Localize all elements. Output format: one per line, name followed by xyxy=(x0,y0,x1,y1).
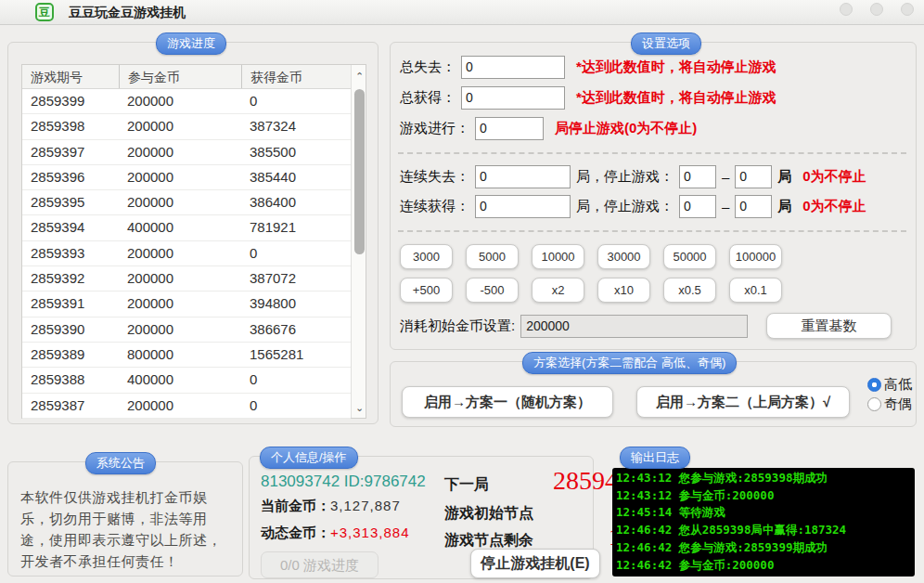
cell-period: 2859399 xyxy=(22,89,119,113)
table-row[interactable]: 2859394 400000 781921 xyxy=(22,215,351,240)
radio-odd-even[interactable]: 奇偶 xyxy=(867,395,912,414)
table-row[interactable]: 2859395 200000 386400 xyxy=(22,190,351,215)
cell-period: 2859393 xyxy=(22,241,119,266)
streak-lose-from-input[interactable] xyxy=(679,165,716,188)
scroll-down-icon[interactable]: ⌄ xyxy=(352,398,367,417)
cell-bet: 800000 xyxy=(119,343,241,367)
cell-period: 2859390 xyxy=(22,317,119,342)
streak-gain-input[interactable] xyxy=(475,195,571,218)
total-lose-input[interactable] xyxy=(461,56,565,79)
cell-win: 387324 xyxy=(241,114,351,138)
table-row[interactable]: 2859397 200000 385500 xyxy=(22,140,351,165)
radio-selected-icon[interactable] xyxy=(867,378,881,392)
minimize-button[interactable] xyxy=(840,3,853,16)
table-row[interactable]: 2859388 400000 0 xyxy=(22,368,351,393)
amount-button[interactable]: 5000 xyxy=(466,244,519,269)
cell-bet: 200000 xyxy=(119,241,241,266)
amount-button[interactable]: 30000 xyxy=(597,244,650,269)
cell-win: 0 xyxy=(241,241,351,266)
streak-lose-to-input[interactable] xyxy=(735,165,772,188)
modifier-button[interactable]: x10 xyxy=(597,278,650,303)
log-console[interactable]: 12:43:12 您参与游戏:2859398期成功12:43:12 参与金币:2… xyxy=(612,468,915,577)
cell-win: 387072 xyxy=(241,266,351,291)
table-row[interactable]: 2859387 200000 0 xyxy=(22,394,351,419)
dynamic-coin-label: 动态金币： xyxy=(261,525,330,542)
cell-period: 2859391 xyxy=(22,292,119,316)
plan2-button[interactable]: 启用→方案二（上局方案）√ xyxy=(636,386,850,418)
cell-bet: 200000 xyxy=(119,140,241,164)
table-row[interactable]: 2859390 200000 386676 xyxy=(22,317,351,343)
cell-period: 2859388 xyxy=(22,368,119,392)
modifier-button[interactable]: -500 xyxy=(466,278,519,303)
streak-lose-input[interactable] xyxy=(475,165,571,188)
game-rounds-input[interactable] xyxy=(475,117,544,140)
table-row[interactable]: 2859389 800000 1565281 xyxy=(22,343,351,368)
info-panel-title: 个人信息/操作 xyxy=(260,447,358,469)
stop-game-button[interactable]: 停止游戏挂机(E) xyxy=(470,549,600,578)
total-lose-hint: *达到此数值时，将自动停止游戏 xyxy=(576,58,776,76)
progress-panel-title: 游戏进度 xyxy=(156,32,226,55)
dash-separator: – xyxy=(722,199,729,214)
divider xyxy=(398,152,906,154)
table-row[interactable]: 2859399 200000 0 xyxy=(22,89,351,114)
modifier-button[interactable]: x0.1 xyxy=(729,278,782,303)
total-gain-hint: *达到此数值时，将自动停止游戏 xyxy=(576,89,776,107)
table-row[interactable]: 2859391 200000 394800 xyxy=(22,292,351,317)
cell-period: 2859396 xyxy=(22,165,119,189)
streak-gain-from-input[interactable] xyxy=(679,195,716,218)
progress-table: 游戏期号 参与金币 获得金币 2859399 200000 0 2859 xyxy=(21,64,366,419)
streak-gain-to-input[interactable] xyxy=(735,195,772,218)
cell-win: 0 xyxy=(241,89,351,113)
cell-win: 0 xyxy=(241,368,351,392)
scrollbar-thumb[interactable] xyxy=(354,89,365,254)
base-coin-input[interactable] xyxy=(520,315,748,338)
settings-panel: 总失去： *达到此数值时，将自动停止游戏 总获得： *达到此数值时，将自动停止游… xyxy=(390,42,917,350)
reset-base-button[interactable]: 重置基数 xyxy=(766,313,892,339)
game-progress-button[interactable]: 0/0 游戏进度 xyxy=(261,551,379,578)
next-round-label: 下一局 xyxy=(444,475,489,495)
total-lose-label: 总失去： xyxy=(400,58,456,76)
cell-win: 0 xyxy=(241,394,351,418)
column-header-win[interactable]: 获得金币 xyxy=(241,65,351,88)
amount-button-row: 30005000100003000050000100000 xyxy=(400,244,782,269)
amount-button[interactable]: 10000 xyxy=(532,244,584,269)
cell-win: 385500 xyxy=(241,140,351,164)
column-header-bet[interactable]: 参与金币 xyxy=(119,65,241,88)
dynamic-coin-value: +3,313,884 xyxy=(330,525,410,540)
window-title: 豆豆玩金豆游戏挂机 xyxy=(69,5,186,21)
current-coin-value: 3,127,887 xyxy=(330,498,401,513)
column-header-period[interactable]: 游戏期号 xyxy=(22,65,119,88)
streak-gain-mid-label: 局，停止游戏： xyxy=(576,198,674,215)
table-row[interactable]: 2859393 200000 0 xyxy=(22,241,351,266)
plan1-button[interactable]: 启用→方案一（随机方案） xyxy=(402,386,613,418)
table-row[interactable]: 2859392 200000 387072 xyxy=(22,266,351,292)
table-scrollbar[interactable]: ⌃ ⌄ xyxy=(351,65,366,418)
streak-lose-unit: 局 xyxy=(777,168,791,186)
table-row[interactable]: 2859396 200000 385440 xyxy=(22,165,351,190)
cell-win: 394800 xyxy=(241,292,351,316)
game-rounds-hint: 局停止游戏(0为不停止) xyxy=(555,120,697,137)
notice-panel-title: 系统公告 xyxy=(85,452,156,474)
maximize-button[interactable] xyxy=(870,3,883,16)
amount-button[interactable]: 50000 xyxy=(663,244,716,269)
cell-bet: 200000 xyxy=(119,394,241,418)
log-line: 12:43:12 您参与游戏:2859398期成功 xyxy=(616,470,915,487)
amount-button[interactable]: 100000 xyxy=(729,244,782,269)
current-coin-label: 当前金币： xyxy=(261,498,330,515)
cell-win: 386400 xyxy=(241,190,351,214)
notice-text: 本软件仅供游戏挂机打金币娱乐，切勿用于赌博，非法等用途，使用即表示遵守以上所述，… xyxy=(20,486,232,572)
close-button[interactable] xyxy=(901,3,914,16)
radio-high-low[interactable]: 高低 xyxy=(867,375,912,395)
table-body: 2859399 200000 0 2859398 200000 387324 2… xyxy=(22,89,351,419)
progress-panel: 游戏期号 参与金币 获得金币 2859399 200000 0 2859 xyxy=(7,42,379,424)
amount-button[interactable]: 3000 xyxy=(400,244,453,269)
scroll-up-icon[interactable]: ⌃ xyxy=(352,67,367,85)
modifier-button[interactable]: x2 xyxy=(532,278,584,303)
total-gain-input[interactable] xyxy=(461,86,565,110)
modifier-button[interactable]: +500 xyxy=(400,278,453,303)
modifier-button[interactable]: x0.5 xyxy=(663,278,716,303)
radio-unselected-icon[interactable] xyxy=(867,397,881,411)
table-row[interactable]: 2859398 200000 387324 xyxy=(22,114,351,139)
cell-bet: 200000 xyxy=(119,89,241,113)
log-line: 12:46:42 您参与游戏:2859399期成功 xyxy=(616,539,915,557)
